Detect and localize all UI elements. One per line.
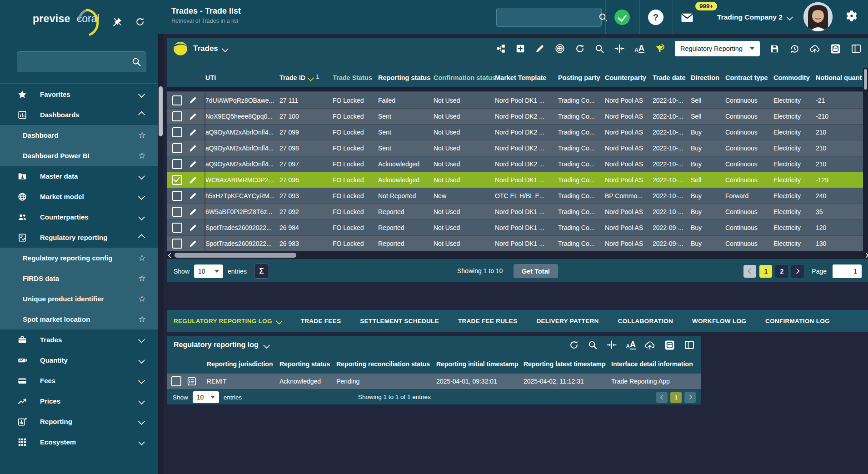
column-header-reporting-jurisdiction[interactable]: Reporting jurisdiction xyxy=(207,360,279,368)
sum-sigma-button[interactable]: Σ xyxy=(254,264,269,279)
table-row[interactable]: SpotTrades26092022...26 983FO LockedRepo… xyxy=(167,235,868,251)
edit-row-icon[interactable] xyxy=(189,160,197,169)
table-row[interactable]: SpotTrades26092022...26 984FO LockedRepo… xyxy=(167,220,868,235)
page-size-select[interactable]: 10 xyxy=(193,391,219,403)
sidebar-item-quantity[interactable]: Quantity xyxy=(0,350,158,370)
horizontal-scrollbar-thumb[interactable] xyxy=(175,253,296,258)
add-circle-icon[interactable] xyxy=(554,43,565,54)
sidebar-item-fees[interactable]: Fees xyxy=(0,370,158,391)
row-checkbox[interactable] xyxy=(171,376,181,386)
fit-columns-icon[interactable] xyxy=(606,339,617,350)
scroll-left-icon[interactable] xyxy=(167,254,174,257)
edit-row-icon[interactable] xyxy=(189,208,197,216)
tab-workflow-log[interactable]: WORKFLOW LOG xyxy=(692,318,746,324)
hierarchy-icon[interactable] xyxy=(496,44,506,54)
sidebar-item-favorites[interactable]: Favorites xyxy=(0,84,158,105)
favorite-star-icon[interactable]: ☆ xyxy=(138,150,146,161)
row-checkbox[interactable] xyxy=(172,95,182,105)
mail-icon[interactable] xyxy=(680,11,694,25)
table-row[interactable]: 6W5aBF0Pi2EtZ8T6z...27 092FO LockedRepor… xyxy=(167,204,868,220)
tab-collaboration[interactable]: COLLABORATION xyxy=(618,318,673,324)
settings-gear-icon[interactable] xyxy=(845,9,858,23)
tab-delivery-pattern[interactable]: DELIVERY PATTERN xyxy=(536,318,599,324)
sidebar-item-ecosystem[interactable]: Ecosystem xyxy=(0,432,158,452)
refresh-sidebar-icon[interactable] xyxy=(135,16,145,27)
sidebar-item-unique-product-identifier[interactable]: Unique product identifier☆ xyxy=(0,289,158,309)
company-menu[interactable]: Trading Company 2 xyxy=(717,0,792,34)
prev-page-button[interactable] xyxy=(656,392,668,403)
row-checkbox[interactable] xyxy=(172,223,182,233)
column-header-commodity[interactable]: Commodity xyxy=(773,74,816,81)
font-size-icon[interactable]: AA xyxy=(626,340,636,349)
edit-row-icon[interactable] xyxy=(189,176,197,185)
favorite-star-icon[interactable]: ☆ xyxy=(138,253,146,263)
user-avatar[interactable] xyxy=(803,2,833,31)
chevron-down-icon[interactable] xyxy=(263,341,270,349)
horizontal-scrollbar[interactable] xyxy=(167,251,868,259)
table-row[interactable]: NoX9EQ5heee8Qpq0...27 100FO LockedSentNo… xyxy=(167,108,868,124)
vertical-scrollbar[interactable] xyxy=(863,68,868,251)
favorite-star-icon[interactable]: ☆ xyxy=(138,273,146,284)
column-header-notional-quant[interactable]: Notional quant xyxy=(816,74,863,81)
help-icon[interactable]: ? xyxy=(648,10,663,25)
export-icon[interactable] xyxy=(830,43,841,55)
unpin-icon[interactable] xyxy=(112,16,123,27)
sidebar-scrollbar[interactable] xyxy=(158,34,164,474)
column-header-counterparty[interactable]: Counterparty xyxy=(605,74,653,81)
tab-trade-fees[interactable]: TRADE FEES xyxy=(301,318,341,324)
tab-trade-fee-rules[interactable]: TRADE FEE RULES xyxy=(458,318,518,324)
page-number-input[interactable] xyxy=(833,264,862,278)
favorite-star-icon[interactable]: ☆ xyxy=(138,130,146,140)
favorite-star-icon[interactable]: ☆ xyxy=(138,314,146,324)
sidebar-item-firds-data[interactable]: FIRDS data☆ xyxy=(0,268,158,289)
row-checkbox[interactable] xyxy=(172,127,182,137)
row-checkbox[interactable] xyxy=(172,207,182,217)
table-row[interactable]: aQ9OyAM2xAbrlOnfl4...27 099FO LockedSent… xyxy=(167,124,868,140)
row-checkbox[interactable] xyxy=(172,143,182,153)
sidebar-item-dashboard-power-bi[interactable]: Dashboard Power BI☆ xyxy=(0,145,158,166)
table-row[interactable]: h5xHzTpKFCAYCyRM...27 093FO LockedNot Re… xyxy=(167,188,868,204)
column-header-trade-id[interactable]: Trade ID1 xyxy=(279,74,333,81)
sidebar-item-regulatory-reporting[interactable]: Regulatory reporting xyxy=(0,227,158,248)
sidebar-scrollbar-thumb[interactable] xyxy=(159,86,163,136)
tab-confirmation-log[interactable]: CONFIRMATION LOG xyxy=(765,318,830,324)
next-page-button[interactable] xyxy=(791,265,804,278)
sidebar-item-counterparties[interactable]: Counterparties xyxy=(0,207,158,227)
edit-icon[interactable] xyxy=(535,44,545,54)
sidebar-item-spot-market-location[interactable]: Spot market location☆ xyxy=(0,309,158,329)
system-status-check-icon[interactable] xyxy=(614,10,630,25)
page-size-select[interactable]: 10 xyxy=(194,264,223,278)
get-total-button[interactable]: Get Total xyxy=(514,264,558,278)
column-header-reporting-status[interactable]: Reporting status xyxy=(279,360,336,368)
scroll-right-icon[interactable] xyxy=(862,254,868,257)
page-button-2[interactable]: 2 xyxy=(775,265,788,278)
column-header-direction[interactable]: Direction xyxy=(691,74,725,81)
clear-filter-icon[interactable] xyxy=(654,43,665,55)
table-row[interactable]: aQ9OyAM2xAbrlOnfl4...27 098FO LockedSent… xyxy=(167,140,868,156)
page-button-1[interactable]: 1 xyxy=(759,265,772,278)
column-header-trade-status[interactable]: Trade Status xyxy=(333,74,378,81)
columns-icon[interactable] xyxy=(684,339,695,350)
sidebar-item-dashboard[interactable]: Dashboard☆ xyxy=(0,125,158,145)
search-icon[interactable] xyxy=(594,44,604,54)
row-checkbox[interactable] xyxy=(172,159,182,169)
sidebar-item-regulatory-reporting-config[interactable]: Regulatory reporting config☆ xyxy=(0,248,158,268)
sidebar-item-dashboards[interactable]: Dashboards xyxy=(0,105,158,125)
column-header-uti[interactable]: UTI xyxy=(205,74,279,81)
log-table-row[interactable]: REMITAcknowledgedPending2025-04-01, 09:3… xyxy=(167,374,701,389)
edit-row-icon[interactable] xyxy=(189,128,197,137)
favorite-star-icon[interactable]: ☆ xyxy=(138,294,146,304)
columns-icon[interactable] xyxy=(851,43,862,54)
save-icon[interactable] xyxy=(769,44,780,54)
column-header-confirmation-status[interactable]: Confirmation status xyxy=(434,74,495,81)
column-header-reporting-status[interactable]: Reporting status xyxy=(378,74,434,81)
history-icon[interactable] xyxy=(789,44,800,54)
row-checkbox[interactable] xyxy=(172,111,182,121)
upload-icon[interactable] xyxy=(644,339,655,350)
add-icon[interactable] xyxy=(515,44,525,54)
table-row[interactable]: 7dUIAWPqRz8OBawe...27 111FO LockedFailed… xyxy=(167,92,868,108)
table-row[interactable]: aQ9OyAM2xAbrlOnfl4...27 097FO LockedAckn… xyxy=(167,156,868,172)
column-header-market-template[interactable]: Market Template xyxy=(495,74,558,81)
edit-row-icon[interactable] xyxy=(189,96,197,105)
sidebar-item-market-model[interactable]: Market model xyxy=(0,186,158,207)
